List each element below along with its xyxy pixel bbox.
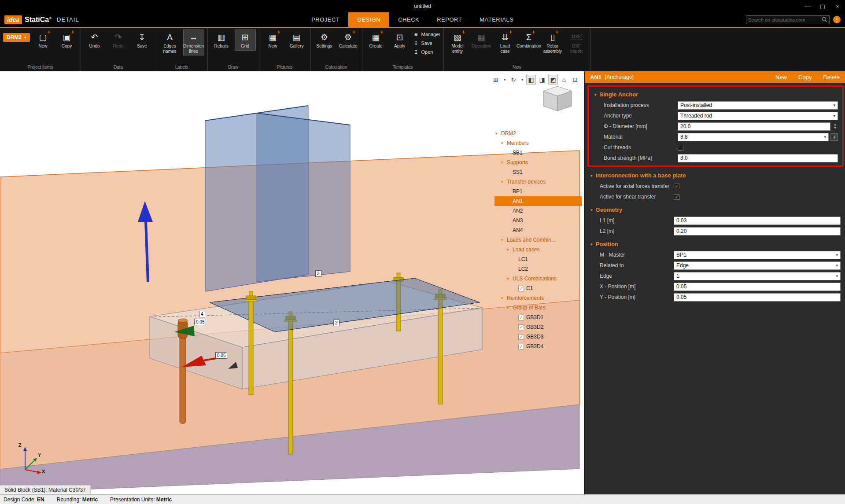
tab-materials[interactable]: MATERIALS: [471, 12, 522, 27]
ribbon-item-combination[interactable]: Σ+Combination: [518, 29, 539, 51]
ribbon-item-create[interactable]: ▦+Create: [365, 29, 387, 51]
spinner-control[interactable]: ▲▼: [832, 123, 838, 130]
tree-item-reinforcements[interactable]: ▾Reinforcements: [494, 293, 582, 303]
tree-item-an1[interactable]: AN1: [494, 196, 582, 206]
minimize-icon[interactable]: —: [800, 0, 815, 12]
section-header-interconnection-with-a-base-plate[interactable]: ▾Interconnection with a base plate: [585, 168, 845, 181]
ribbon-item-open[interactable]: ↥Open: [413, 48, 440, 56]
chevron-down-icon[interactable]: ▾: [502, 75, 507, 85]
tree-item-members[interactable]: ▾Members: [494, 138, 582, 148]
new-button[interactable]: New: [775, 74, 787, 81]
active-for-shear-transfer-checkbox[interactable]: ✓: [674, 194, 679, 200]
tree-item-ss1[interactable]: SS1: [494, 167, 582, 177]
add-material-button[interactable]: +: [830, 133, 838, 141]
tab-design[interactable]: DESIGN: [348, 12, 389, 27]
ribbon-item-calculate[interactable]: ⚙+Calculate: [338, 29, 359, 51]
section-header-single-anchor[interactable]: ▾Single Anchor: [589, 87, 842, 100]
tree-item-an2[interactable]: AN2: [494, 206, 582, 216]
chevron-down-icon[interactable]: ▾: [520, 75, 525, 85]
tree-item-lc1[interactable]: LC1: [494, 254, 582, 264]
ribbon-item-load-case[interactable]: ⇊+Load case: [494, 29, 516, 55]
ribbon-item-new[interactable]: ▢+New: [33, 29, 54, 51]
chevron-down-icon[interactable]: ▾: [501, 238, 507, 242]
viewport-3d[interactable]: ⊞▾↻▾◧◨◩⌂⊡ ▾DRM2▾MembersSB1▾SupportsSS1▾T…: [0, 71, 584, 494]
tree-item-gb3d2[interactable]: ✓GB3D2: [494, 322, 582, 332]
project-item-selector[interactable]: DRM2▾: [3, 33, 30, 42]
chevron-down-icon[interactable]: ▾: [501, 141, 507, 145]
tree-checkbox[interactable]: ✓: [518, 315, 524, 320]
ribbon-item-gallery[interactable]: ▤Gallery: [286, 29, 307, 51]
tree-item-uls-combinations[interactable]: ▾ULS Combinations: [494, 274, 582, 283]
chevron-down-icon[interactable]: ▾: [501, 180, 507, 184]
chevron-down-icon[interactable]: ▾: [501, 160, 507, 165]
l1-m-input[interactable]: 0.03: [674, 217, 841, 225]
tree-item-lc2[interactable]: LC2: [494, 264, 582, 274]
material-select[interactable]: 8.8▾: [678, 133, 829, 141]
tree-item-load-cases[interactable]: ▾Load cases: [494, 245, 582, 254]
m-master-select[interactable]: BP1▾: [674, 251, 841, 259]
section-header-position[interactable]: ▾Position: [585, 236, 845, 250]
tree-item-supports[interactable]: ▾Supports: [494, 158, 582, 167]
tree-item-gb3d1[interactable]: ✓GB3D1: [494, 313, 582, 322]
tree-item-an4[interactable]: AN4: [494, 225, 582, 235]
orbit-icon[interactable]: ↻: [509, 75, 518, 85]
tree-item-group-of-bars[interactable]: ▾Group of Bars: [494, 303, 582, 313]
copy-button[interactable]: Copy: [798, 74, 812, 81]
tree-item-transfer-devices[interactable]: ▾Transfer devices: [494, 177, 582, 187]
section-tool-icon[interactable]: ⊞: [491, 75, 501, 85]
related-to-select[interactable]: Edge▾: [674, 261, 841, 270]
ribbon-item-dimension-lines[interactable]: ↔Dimension lines: [183, 29, 204, 55]
ribbon-item-rebars[interactable]: ▥Rebars: [211, 29, 232, 51]
chevron-down-icon[interactable]: ▾: [507, 276, 513, 281]
ribbon-item-model-entity[interactable]: ▧+Model entity: [447, 29, 468, 55]
solid-view-icon[interactable]: ◨: [537, 75, 547, 85]
tree-checkbox[interactable]: ✓: [518, 286, 524, 291]
cut-threads-checkbox[interactable]: [678, 145, 683, 151]
fit-view-icon[interactable]: ⊡: [570, 75, 580, 85]
tree-item-an3[interactable]: AN3: [494, 216, 582, 225]
maximize-icon[interactable]: ▢: [815, 0, 830, 12]
x-position-m-input[interactable]: 0.05: [674, 283, 841, 291]
chevron-down-icon[interactable]: ▾: [501, 296, 507, 300]
ribbon-item-save[interactable]: ↧Save: [413, 39, 440, 47]
clip-box-icon[interactable]: ◧: [526, 75, 536, 85]
tree-item-gb3d4[interactable]: ✓GB3D4: [494, 342, 582, 351]
ribbon-item-edges-names[interactable]: AEdges names: [159, 29, 181, 55]
y-position-m-input[interactable]: 0.05: [674, 293, 841, 302]
search-input[interactable]: [748, 17, 822, 22]
edge-select[interactable]: 1▾: [674, 272, 841, 280]
tree-checkbox[interactable]: ✓: [518, 334, 524, 340]
installation-process-select[interactable]: Post-installed▾: [678, 101, 838, 110]
tab-check[interactable]: CHECK: [389, 12, 428, 27]
help-badge-icon[interactable]: !: [833, 16, 841, 23]
nav-cube[interactable]: [543, 86, 572, 111]
tree-item-c1[interactable]: ✓C1: [494, 283, 582, 293]
tab-project[interactable]: PROJECT: [303, 12, 348, 27]
bond-strength-mpa-input[interactable]: 8.0: [678, 154, 838, 162]
tree-checkbox[interactable]: ✓: [518, 344, 524, 349]
chevron-down-icon[interactable]: ▾: [507, 247, 513, 252]
ribbon-item-copy[interactable]: ▣+Copy: [56, 29, 77, 51]
anchor-type-select[interactable]: Threaded rod▾: [678, 112, 838, 120]
tree-item-loads-and-combin[interactable]: ▾Loads and Combin...: [494, 235, 582, 245]
l2-m-input[interactable]: 0.20: [674, 227, 841, 235]
ribbon-item-grid[interactable]: ⊞Grid: [235, 29, 256, 51]
chevron-down-icon[interactable]: ▾: [507, 305, 513, 310]
chevron-down-icon[interactable]: ▾: [495, 131, 501, 136]
ribbon-item-manager[interactable]: ≡Manager: [413, 30, 440, 38]
ribbon-item-rebar-assembly[interactable]: ▯+Rebar assembly: [542, 29, 563, 55]
tree-item-drm2[interactable]: ▾DRM2: [494, 129, 582, 138]
tree-item-gb3d3[interactable]: ✓GB3D3: [494, 332, 582, 342]
ribbon-item-undo[interactable]: ↶Undo: [84, 29, 105, 51]
steel-column[interactable]: [205, 106, 350, 291]
ribbon-item-save[interactable]: ↧Save: [132, 29, 153, 51]
ribbon-item-apply[interactable]: ⊡Apply: [389, 29, 410, 51]
close-icon[interactable]: ×: [830, 0, 845, 12]
tree-checkbox[interactable]: ✓: [518, 324, 524, 330]
tree-item-sb1[interactable]: SB1: [494, 148, 582, 158]
ribbon-item-settings[interactable]: ⚙Settings: [314, 29, 335, 51]
tab-report[interactable]: REPORT: [428, 12, 471, 27]
transparent-view-icon[interactable]: ◩: [548, 75, 558, 85]
search-box[interactable]: [746, 15, 830, 24]
home-view-icon[interactable]: ⌂: [559, 75, 569, 85]
